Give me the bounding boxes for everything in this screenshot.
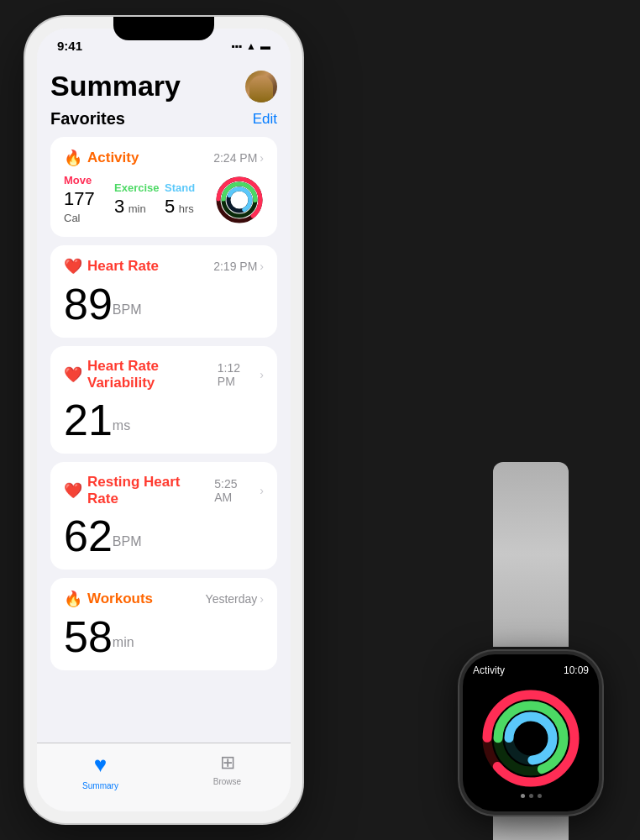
stand-metric: Stand 5 hrs [165, 181, 215, 218]
activity-time-value: 2:24 PM [213, 151, 257, 165]
stand-unit: hrs [179, 202, 194, 215]
resting-hr-time: 5:25 AM › [214, 477, 264, 504]
browse-tab-label: Browse [213, 777, 241, 786]
tab-bar: ♥ Summary ⊞ Browse [37, 743, 291, 811]
activity-metrics: Move 177 Cal Exercise 3 min [64, 174, 264, 225]
hrv-chevron: › [260, 368, 264, 381]
heart-rate-chevron: › [260, 260, 264, 273]
heart-rate-value: 89 [64, 280, 113, 328]
summary-tab-icon: ♥ [94, 752, 107, 778]
phone-shell: 9:41 ▪▪▪ ▲ ▬ Summary Favorites Edit [25, 17, 302, 823]
activity-card-header: 🔥 Activity 2:24 PM › [64, 149, 264, 167]
workouts-flame-icon: 🔥 [64, 590, 82, 608]
page-title: Summary [50, 70, 181, 102]
tab-browse[interactable]: ⊞ Browse [164, 752, 291, 786]
heart-rate-card-header: ❤️ Heart Rate 2:19 PM › [64, 257, 264, 276]
status-time: 9:41 [57, 39, 82, 53]
summary-tab-label: Summary [82, 781, 118, 790]
workouts-card-header: 🔥 Workouts Yesterday › [64, 590, 264, 608]
activity-chevron: › [260, 151, 264, 165]
exercise-unit: min [129, 202, 146, 215]
hrv-heart-icon: ❤️ [64, 365, 82, 384]
workouts-card[interactable]: 🔥 Workouts Yesterday › 58min [50, 578, 277, 670]
signal-icon: ▪▪▪ [231, 40, 242, 52]
watch-shell: Activity 10:09 → [438, 462, 623, 815]
scroll-area[interactable]: Favorites Edit 🔥 Activity 2:24 PM › [37, 109, 291, 795]
exercise-value-row: 3 min [114, 196, 165, 218]
heart-rate-heart-icon: ❤️ [64, 257, 82, 276]
resting-hr-unit: BPM [113, 534, 142, 549]
resting-hr-title: Resting Heart Rate [87, 474, 214, 507]
favorites-section-header: Favorites Edit [50, 109, 277, 129]
workouts-value-row: 58min [64, 615, 264, 659]
watch-dot-2 [529, 794, 533, 798]
hrv-value: 21 [64, 396, 113, 444]
hrv-title: Heart Rate Variability [87, 358, 218, 391]
watch-dot-1 [521, 794, 525, 798]
move-label: Move [64, 174, 114, 186]
exercise-value: 3 [114, 196, 124, 217]
resting-hr-value: 62 [64, 512, 113, 560]
wifi-icon: ▲ [246, 40, 256, 52]
heart-rate-unit: BPM [113, 302, 142, 317]
heart-rate-time: 2:19 PM › [213, 260, 264, 273]
stand-label: Stand [165, 181, 215, 194]
workouts-chevron: › [260, 592, 264, 606]
browse-tab-icon: ⊞ [220, 752, 235, 774]
workouts-value: 58 [64, 612, 113, 661]
app-header: Summary [37, 56, 291, 109]
hrv-card-header: ❤️ Heart Rate Variability 1:12 PM › [64, 358, 264, 391]
tab-summary[interactable]: ♥ Summary [37, 752, 164, 790]
watch-rings-area: → ⇒ ↑ [473, 683, 589, 794]
watch-time: 10:09 [564, 664, 589, 676]
activity-flame-icon: 🔥 [64, 149, 82, 167]
heart-rate-card[interactable]: ❤️ Heart Rate 2:19 PM › 89BPM [50, 245, 277, 338]
hrv-value-row: 21ms [64, 398, 264, 442]
stand-value: 5 [165, 196, 175, 217]
watch-dots [473, 794, 589, 801]
move-metric: Move 177 Cal [64, 174, 114, 225]
exercise-label: Exercise [114, 181, 165, 194]
avatar[interactable] [245, 71, 277, 102]
resting-hr-card[interactable]: ❤️ Resting Heart Rate 5:25 AM › 62BPM [50, 462, 277, 570]
activity-title-row: 🔥 Activity [64, 149, 139, 167]
watch-band-top [493, 462, 569, 647]
phone-screen: 9:41 ▪▪▪ ▲ ▬ Summary Favorites Edit [37, 29, 291, 811]
activity-card[interactable]: 🔥 Activity 2:24 PM › Move 177 Cal [50, 137, 277, 237]
edit-button[interactable]: Edit [253, 111, 277, 128]
hrv-title-row: ❤️ Heart Rate Variability [64, 358, 218, 391]
resting-hr-heart-icon: ❤️ [64, 481, 82, 500]
watch-screen: Activity 10:09 → [463, 654, 599, 811]
watch-rings-svg: → ⇒ ↑ [480, 688, 581, 789]
activity-rings [215, 176, 264, 224]
avatar-image [249, 76, 273, 102]
workouts-time-value: Yesterday [206, 592, 258, 606]
hrv-card[interactable]: ❤️ Heart Rate Variability 1:12 PM › 21ms [50, 346, 277, 454]
status-icons: ▪▪▪ ▲ ▬ [231, 40, 270, 52]
exercise-metric: Exercise 3 min [114, 181, 165, 218]
move-unit: Cal [64, 212, 81, 224]
resting-hr-chevron: › [260, 484, 264, 497]
battery-icon: ▬ [260, 40, 270, 52]
activity-time: 2:24 PM › [213, 151, 264, 165]
workouts-time: Yesterday › [206, 592, 264, 606]
activity-title: Activity [87, 150, 139, 166]
resting-hr-card-header: ❤️ Resting Heart Rate 5:25 AM › [64, 474, 264, 507]
workouts-title: Workouts [87, 591, 153, 607]
resting-hr-title-row: ❤️ Resting Heart Rate [64, 474, 214, 507]
workouts-unit: min [113, 635, 134, 649]
heart-rate-title: Heart Rate [87, 258, 159, 275]
move-value-row: 177 Cal [64, 188, 114, 225]
hrv-time-value: 1:12 PM [218, 361, 258, 388]
watch-header: Activity 10:09 [473, 664, 589, 676]
move-value: 177 [64, 188, 95, 209]
stand-value-row: 5 hrs [165, 196, 215, 218]
watch-body: Activity 10:09 → [459, 651, 602, 815]
heart-rate-title-row: ❤️ Heart Rate [64, 257, 159, 276]
watch-dot-3 [538, 794, 542, 798]
watch-app-name: Activity [473, 664, 505, 676]
resting-hr-value-row: 62BPM [64, 514, 264, 558]
rings-svg [215, 176, 264, 224]
workouts-title-row: 🔥 Workouts [64, 590, 153, 608]
svg-text:→: → [570, 732, 580, 742]
